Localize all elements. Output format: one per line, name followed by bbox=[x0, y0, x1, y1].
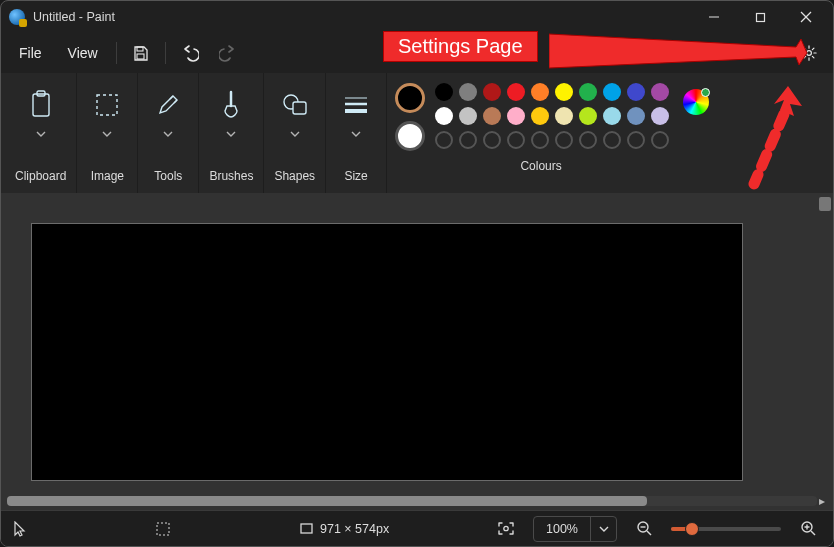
color-swatch[interactable] bbox=[531, 83, 549, 101]
zoom-in-icon bbox=[800, 520, 817, 537]
zoom-dropdown[interactable] bbox=[590, 517, 616, 541]
divider bbox=[116, 42, 117, 64]
color-swatch[interactable] bbox=[579, 107, 597, 125]
canvas-area: ▸ bbox=[1, 193, 833, 510]
color-swatch[interactable] bbox=[651, 131, 669, 149]
color-swatch[interactable] bbox=[483, 107, 501, 125]
svg-rect-16 bbox=[301, 524, 312, 533]
shapes-group[interactable]: Shapes bbox=[264, 73, 326, 193]
svg-line-22 bbox=[811, 531, 815, 535]
image-group[interactable]: Image bbox=[77, 73, 138, 193]
shapes-icon bbox=[275, 85, 315, 125]
secondary-color-swatch[interactable] bbox=[395, 121, 425, 151]
color-swatch[interactable] bbox=[435, 83, 453, 101]
ribbon-label: Colours bbox=[391, 159, 821, 173]
color-swatch[interactable] bbox=[555, 131, 573, 149]
cursor-tool-indicator bbox=[13, 521, 27, 537]
ribbon-label: Tools bbox=[154, 169, 182, 183]
color-swatch[interactable] bbox=[555, 83, 573, 101]
color-swatch[interactable] bbox=[483, 83, 501, 101]
color-swatch[interactable] bbox=[507, 83, 525, 101]
paint-window: Untitled - Paint File View bbox=[0, 0, 834, 547]
color-swatch[interactable] bbox=[459, 107, 477, 125]
vertical-scrollbar[interactable] bbox=[819, 197, 831, 484]
clipboard-group[interactable]: Clipboard bbox=[1, 73, 77, 193]
color-swatch[interactable] bbox=[483, 131, 501, 149]
selection-icon bbox=[155, 521, 171, 537]
view-menu[interactable]: View bbox=[56, 39, 110, 67]
menu-bar: File View bbox=[1, 33, 833, 73]
dimensions-icon bbox=[299, 521, 314, 536]
ribbon-toolbar: Clipboard Image Tools Brushes bbox=[1, 73, 833, 193]
brushes-group[interactable]: Brushes bbox=[199, 73, 264, 193]
svg-rect-15 bbox=[157, 523, 169, 535]
zoom-in-button[interactable] bbox=[795, 516, 821, 542]
canvas-dimensions: 971 × 574px bbox=[320, 522, 389, 536]
cursor-icon bbox=[13, 521, 27, 537]
svg-rect-5 bbox=[137, 54, 144, 59]
svg-rect-1 bbox=[756, 13, 764, 21]
color-swatch[interactable] bbox=[459, 131, 477, 149]
color-swatch[interactable] bbox=[459, 83, 477, 101]
colours-group: Colours bbox=[387, 73, 833, 193]
redo-button[interactable] bbox=[210, 37, 246, 69]
color-swatch[interactable] bbox=[603, 83, 621, 101]
canvas[interactable] bbox=[31, 223, 743, 481]
chevron-down-icon bbox=[102, 129, 112, 139]
file-menu[interactable]: File bbox=[7, 39, 54, 67]
zoom-slider[interactable] bbox=[671, 527, 781, 531]
color-swatch[interactable] bbox=[435, 107, 453, 125]
palette-row-empty bbox=[435, 131, 669, 149]
tools-group[interactable]: Tools bbox=[138, 73, 199, 193]
color-swatch[interactable] bbox=[531, 131, 549, 149]
color-swatch[interactable] bbox=[651, 107, 669, 125]
color-swatch[interactable] bbox=[603, 131, 621, 149]
canvas-viewport[interactable] bbox=[1, 193, 833, 486]
svg-rect-9 bbox=[97, 95, 117, 115]
color-swatch[interactable] bbox=[579, 131, 597, 149]
palette-row bbox=[435, 83, 669, 101]
horizontal-scrollbar[interactable]: ▸ bbox=[7, 492, 817, 508]
color-swatch[interactable] bbox=[579, 83, 597, 101]
chevron-down-icon bbox=[226, 129, 236, 139]
svg-point-17 bbox=[504, 526, 508, 530]
gear-icon bbox=[800, 44, 818, 62]
zoom-out-button[interactable] bbox=[631, 516, 657, 542]
color-swatch[interactable] bbox=[627, 107, 645, 125]
image-scan-button[interactable] bbox=[493, 516, 519, 542]
color-swatch[interactable] bbox=[651, 83, 669, 101]
size-group[interactable]: Size bbox=[326, 73, 387, 193]
edit-colors-button[interactable] bbox=[683, 89, 709, 115]
chevron-down-icon bbox=[599, 524, 609, 534]
color-swatch[interactable] bbox=[603, 107, 621, 125]
ribbon-label: Image bbox=[91, 169, 124, 183]
ribbon-label: Shapes bbox=[274, 169, 315, 183]
color-palette bbox=[435, 83, 669, 149]
svg-line-19 bbox=[647, 531, 651, 535]
zoom-selector[interactable]: 100% bbox=[533, 516, 617, 542]
color-swatch[interactable] bbox=[555, 107, 573, 125]
minimize-button[interactable] bbox=[691, 2, 737, 32]
maximize-button[interactable] bbox=[737, 2, 783, 32]
color-swatch[interactable] bbox=[627, 83, 645, 101]
selection-indicator bbox=[155, 521, 171, 537]
chevron-down-icon bbox=[290, 129, 300, 139]
color-swatch[interactable] bbox=[531, 107, 549, 125]
settings-button[interactable] bbox=[791, 37, 827, 69]
window-title: Untitled - Paint bbox=[33, 10, 115, 24]
primary-color-swatch[interactable] bbox=[395, 83, 425, 113]
palette-row bbox=[435, 107, 669, 125]
undo-button[interactable] bbox=[172, 37, 208, 69]
save-button[interactable] bbox=[123, 37, 159, 69]
color-swatch[interactable] bbox=[435, 131, 453, 149]
canvas-size-indicator: 971 × 574px bbox=[299, 521, 389, 536]
ribbon-label: Clipboard bbox=[15, 169, 66, 183]
close-button[interactable] bbox=[783, 2, 829, 32]
svg-rect-11 bbox=[293, 102, 306, 114]
color-swatch[interactable] bbox=[507, 107, 525, 125]
color-swatch[interactable] bbox=[627, 131, 645, 149]
color-swatch[interactable] bbox=[507, 131, 525, 149]
ribbon-label: Size bbox=[344, 169, 367, 183]
divider bbox=[165, 42, 166, 64]
svg-point-6 bbox=[807, 51, 812, 56]
